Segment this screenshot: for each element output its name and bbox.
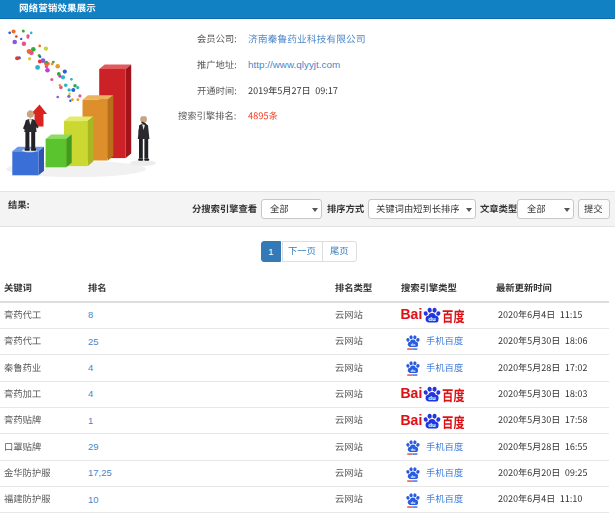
svg-text:du: du bbox=[428, 395, 436, 402]
svg-text:du: du bbox=[411, 369, 415, 373]
svg-text:du: du bbox=[411, 448, 415, 452]
svg-text:du: du bbox=[411, 501, 415, 505]
svg-text:du: du bbox=[428, 316, 436, 323]
svg-text:du: du bbox=[428, 421, 436, 428]
svg-text:Bai: Bai bbox=[401, 306, 423, 322]
svg-text:du: du bbox=[411, 475, 415, 479]
svg-text:du: du bbox=[411, 343, 415, 347]
svg-text:Bai: Bai bbox=[401, 411, 423, 427]
svg-text:Bai: Bai bbox=[401, 385, 423, 401]
